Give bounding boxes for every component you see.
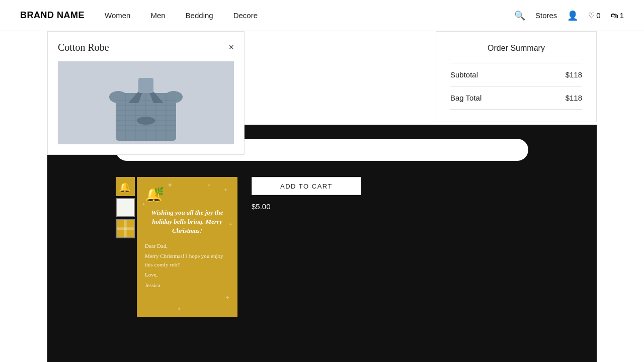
subtotal-label: Subtotal [450,70,478,79]
gift-closing: Love, [145,270,229,279]
add-to-cart-button[interactable]: ADD TO CART [252,177,361,195]
stores-link[interactable]: Stores [535,11,557,20]
heart-icon: ♡ [588,11,595,20]
main-nav: Women Men Bedding Decore [105,11,514,20]
subtotal-row: Subtotal $118 [450,63,582,86]
gift-card-headline: Wishing you all the joy the holiday bell… [145,208,229,236]
bag-total-label: Bag Total [450,94,481,102]
header-actions: 🔍 Stores 👤 ♡ 0 🛍 1 [514,10,624,21]
product-panel: Cotton Robe × [47,31,245,155]
gift-section: 🔔 ✦ ✦ [116,177,528,317]
thumbnail-1[interactable]: 🔔 [116,177,135,196]
dark-section: 🔍 🔔 [47,125,597,362]
wishlist-count-value: 0 [596,11,600,20]
wishlist-button[interactable]: ♡ 0 [588,11,600,20]
order-summary-panel: Order Summary Subtotal $118 Bag Total $1… [436,31,597,122]
product-image [58,61,234,144]
bag-icon: 🛍 [611,11,618,20]
nav-bedding[interactable]: Bedding [186,11,213,20]
price-display: $5.00 [252,202,361,211]
nav-decore[interactable]: Decore [233,11,258,20]
thumbnail-3[interactable] [116,219,135,238]
brand-logo[interactable]: BRAND NAME [20,10,85,21]
cart-button[interactable]: 🛍 1 [611,11,624,20]
cart-count-value: 1 [620,11,624,20]
svg-point-5 [165,91,183,103]
bag-total-row: Bag Total $118 [450,86,582,110]
cart-actions: ADD TO CART $5.00 [252,177,361,211]
svg-rect-21 [117,199,134,216]
thumbnail-list: 🔔 [116,177,135,238]
order-summary-title: Order Summary [450,44,582,53]
svg-text:🌿: 🌿 [154,187,163,196]
search-icon[interactable]: 🔍 [514,10,525,21]
svg-point-4 [109,91,127,103]
nav-women[interactable]: Women [105,11,130,20]
subtotal-value: $118 [566,70,582,79]
product-panel-title: Cotton Robe [58,42,109,53]
product-panel-header: Cotton Robe × [58,42,234,53]
bell-icon: 🔔 🌿 [145,185,163,203]
gift-card: ✦ ✦ ✦ ✦ ✦ ✦ ✦ 🔔 🌿 Wishing you all the jo… [137,177,237,317]
close-button[interactable]: × [228,42,234,53]
bell-icon-area: 🔔 🌿 [145,185,229,205]
svg-rect-6 [138,78,153,93]
account-icon[interactable]: 👤 [567,10,578,21]
gift-body: Merry Christmas! I hope you enjoy this c… [145,252,229,268]
bag-total-value: $118 [566,94,582,102]
nav-men[interactable]: Men [150,11,165,20]
gift-salutation: Dear Dad, [145,242,229,250]
svg-rect-24 [117,227,134,230]
svg-text:🔔: 🔔 [119,181,131,193]
thumbnail-2[interactable] [116,198,135,217]
gift-card-message: Dear Dad, Merry Christmas! I hope you en… [145,242,229,292]
gift-signature: Jessica [145,281,229,290]
header: BRAND NAME Women Men Bedding Decore 🔍 St… [0,0,644,31]
product-robe-svg [101,63,191,143]
